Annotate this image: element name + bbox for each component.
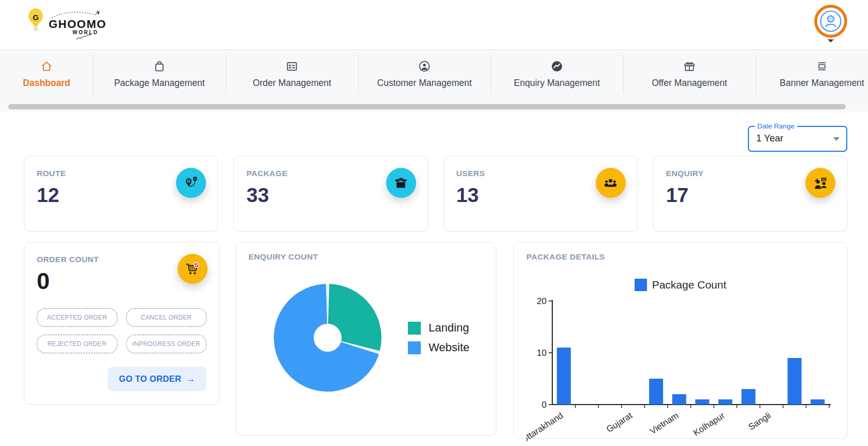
customer-icon: [418, 60, 431, 73]
stat-card-package: PACKAGE 33: [233, 156, 428, 232]
bar-4[interactable]: [649, 379, 663, 405]
y-tick-label: 10: [537, 348, 547, 358]
cancel-order-button[interactable]: CANCEL ORDER: [126, 308, 207, 327]
nav-item-label: Customer Management: [377, 78, 472, 89]
logo-word-ghoomo: GHOOMO: [49, 18, 107, 31]
bag-icon: [153, 60, 166, 73]
nav-item-customer-management[interactable]: Customer Management: [358, 50, 491, 98]
x-tick-label-kolhapur: Kolhapur: [692, 410, 727, 438]
y-tick-label: 20: [537, 296, 547, 306]
nav-item-order-management[interactable]: Order Management: [226, 50, 358, 98]
nav-item-label: Offer Management: [652, 78, 727, 89]
users-icon: [596, 168, 626, 198]
go-to-order-button[interactable]: GO TO ORDER →: [108, 367, 207, 391]
bar-0[interactable]: [557, 348, 571, 405]
bar-legend[interactable]: Package Count: [526, 279, 834, 291]
bar-7[interactable]: [718, 399, 732, 405]
offer-icon: [683, 60, 696, 73]
nav-item-enquiry-management[interactable]: Enquiry Management: [491, 50, 623, 98]
arrow-right-icon: →: [186, 374, 195, 384]
user-menu[interactable]: [813, 3, 848, 47]
pie-legend: Landing Website: [408, 321, 469, 354]
date-range-select[interactable]: Date Range 1 Year: [748, 126, 847, 152]
nav-item-banner-management[interactable]: Banner Management: [756, 50, 868, 98]
caret-down-icon: [833, 137, 840, 141]
bar-6[interactable]: [695, 399, 709, 405]
cart-icon: [178, 254, 208, 284]
bar-legend-label: Package Count: [652, 279, 727, 291]
legend-label: Website: [429, 341, 469, 354]
app-header: G ✈ GHOOMO WORLD: [0, 0, 868, 49]
route-icon: [176, 168, 206, 198]
enquiry-pie-chart: [260, 270, 395, 406]
nav-item-label: Package Management: [114, 78, 204, 89]
nav-item-offer-management[interactable]: Offer Management: [623, 50, 756, 98]
nav-item-label: Banner Management: [779, 78, 864, 89]
order-status-buttons: ACCEPTED ORDERCANCEL ORDERREJECTED ORDER…: [37, 308, 207, 353]
logo-monogram: G: [33, 13, 39, 22]
banner-icon: [815, 60, 829, 73]
enquiry-count-title: ENQUIRY COUNT: [248, 252, 483, 262]
nav-items: Dashboard Package Management Order Manag…: [0, 50, 868, 98]
date-range-value: 1 Year: [756, 133, 783, 144]
stat-card-users: USERS 13: [444, 156, 638, 232]
plane-icon: ✈: [95, 8, 102, 17]
package-details-card: PACKAGE DETAILS Package Count 01020Uttar…: [513, 242, 847, 439]
legend-swatch: [408, 322, 421, 335]
brand-logo[interactable]: G ✈ GHOOMO WORLD: [21, 4, 114, 46]
logo-signature: [77, 35, 91, 39]
enquiry-icon: [550, 60, 564, 73]
legend-swatch: [635, 279, 647, 291]
package-details-title: PACKAGE DETAILS: [526, 252, 834, 262]
inprogress-order-button[interactable]: INPROGRESS ORDER: [126, 335, 207, 353]
legend-label: Landing: [429, 321, 469, 335]
brand-logo-graphic: G ✈ GHOOMO WORLD: [21, 4, 114, 44]
legend-item-landing[interactable]: Landing: [408, 321, 469, 335]
legend-item-website[interactable]: Website: [408, 341, 469, 354]
nav-item-package-management[interactable]: Package Management: [93, 50, 226, 98]
x-tick-label-gujarat: Gujarat: [605, 410, 634, 434]
order-icon: [285, 60, 299, 73]
main-nav: Dashboard Package Management Order Manag…: [0, 49, 868, 111]
bar-5[interactable]: [672, 394, 686, 405]
nav-item-label: Order Management: [253, 78, 331, 89]
date-range-label: Date Range: [755, 122, 797, 130]
avatar-icon: [813, 3, 848, 45]
bar-8[interactable]: [742, 389, 756, 405]
bar-11[interactable]: [811, 399, 825, 405]
enquiry-count-card: ENQUIRY COUNT Landing Website: [236, 242, 496, 436]
stat-card-enquiry: ENQUIRY 17: [653, 156, 847, 232]
stats-row: ROUTE 12 PACKAGE 33 USERS 13 ENQUIRY 17: [24, 156, 847, 232]
legend-swatch: [408, 341, 421, 354]
accepted-order-button[interactable]: ACCEPTED ORDER: [37, 308, 117, 327]
go-to-order-label: GO TO ORDER: [119, 374, 181, 384]
nav-item-dashboard[interactable]: Dashboard: [0, 50, 93, 98]
home-icon: [40, 60, 53, 73]
x-tick-label-vietnam: Vietnam: [648, 410, 680, 436]
order-count-card: ORDER COUNT 0 ACCEPTED ORDERCANCEL ORDER…: [24, 242, 219, 405]
package-bar-chart: 01020UttarakhandGujaratVietnamKolhapurSa…: [526, 293, 837, 443]
dashboard-page: G ✈ GHOOMO WORLD Dashboard P: [0, 0, 868, 446]
nav-item-label: Enquiry Management: [514, 78, 600, 89]
logo-word-world: WORLD: [72, 30, 98, 35]
x-tick-label-sangli: Sangli: [747, 410, 773, 432]
horizontal-scrollbar[interactable]: [8, 104, 846, 109]
bar-10[interactable]: [788, 358, 802, 405]
y-tick-label: 0: [542, 400, 547, 410]
nav-item-label: Dashboard: [23, 78, 70, 89]
x-tick-label-uttarakhand: Uttarakhand: [526, 410, 565, 443]
rejected-order-button[interactable]: REJECTED ORDER: [37, 335, 117, 353]
stat-card-route: ROUTE 12: [24, 156, 218, 232]
caret-down-icon: [828, 39, 834, 42]
package-icon: [386, 168, 416, 198]
support-icon: [805, 168, 835, 198]
pie-chart-area: Landing Website: [248, 270, 483, 406]
donut-hole: [314, 324, 342, 352]
